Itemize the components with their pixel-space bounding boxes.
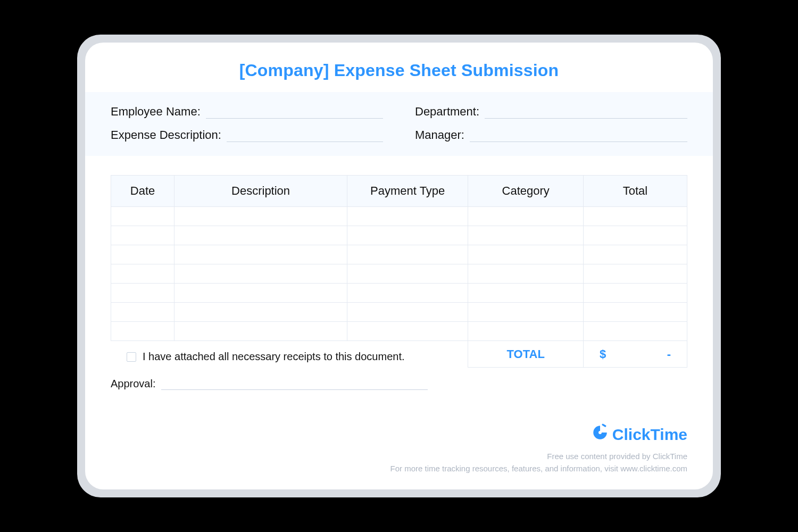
- label-expense-description: Expense Description:: [111, 128, 221, 142]
- table-cell[interactable]: [174, 226, 347, 245]
- label-department: Department:: [415, 105, 479, 119]
- table-cell[interactable]: [347, 207, 468, 226]
- table-cell[interactable]: [347, 264, 468, 284]
- table-cell[interactable]: [347, 226, 468, 245]
- tablet-frame: [Company] Expense Sheet Submission Emplo…: [77, 35, 721, 497]
- table-row: [111, 207, 687, 226]
- input-department[interactable]: [485, 107, 687, 119]
- table-cell[interactable]: [111, 207, 174, 226]
- input-manager[interactable]: [470, 130, 687, 142]
- table-cell[interactable]: [468, 226, 584, 245]
- field-department: Department:: [415, 105, 687, 119]
- table-cell[interactable]: [468, 264, 584, 284]
- table-row: [111, 303, 687, 322]
- expense-table: Date Description Payment Type Category T…: [111, 175, 687, 368]
- stopwatch-icon: [591, 423, 609, 445]
- table-cell[interactable]: [584, 245, 687, 264]
- table-row: [111, 245, 687, 264]
- table-cell[interactable]: [347, 284, 468, 303]
- table-cell[interactable]: [174, 264, 347, 284]
- table-cell[interactable]: [174, 245, 347, 264]
- col-payment-type: Payment Type: [347, 176, 468, 207]
- col-total: Total: [584, 176, 687, 207]
- table-cell[interactable]: [584, 264, 687, 284]
- field-expense-description: Expense Description:: [111, 128, 383, 142]
- table-cell[interactable]: [468, 245, 584, 264]
- credit-text: Free use content provided by ClickTime F…: [390, 451, 687, 475]
- table-cell[interactable]: [111, 284, 174, 303]
- document-panel: [Company] Expense Sheet Submission Emplo…: [85, 43, 713, 489]
- table-cell[interactable]: [111, 303, 174, 322]
- svg-rect-1: [602, 423, 606, 427]
- col-description: Description: [174, 176, 347, 207]
- table-cell[interactable]: [111, 264, 174, 284]
- table-cell[interactable]: [347, 322, 468, 341]
- label-manager: Manager:: [415, 128, 464, 142]
- table-cell[interactable]: [584, 322, 687, 341]
- field-manager: Manager:: [415, 128, 687, 142]
- col-date: Date: [111, 176, 174, 207]
- table-cell[interactable]: [111, 322, 174, 341]
- receipt-checkbox[interactable]: [127, 352, 136, 362]
- field-employee-name: Employee Name:: [111, 105, 383, 119]
- receipt-confirmation: I have attached all necessary receipts t…: [111, 351, 687, 363]
- receipt-checkbox-label: I have attached all necessary receipts t…: [143, 351, 405, 363]
- brand-name: ClickTime: [612, 426, 687, 444]
- table-header-row: Date Description Payment Type Category T…: [111, 176, 687, 207]
- table-cell[interactable]: [174, 303, 347, 322]
- table-cell[interactable]: [584, 207, 687, 226]
- table-row: [111, 226, 687, 245]
- table-row: [111, 322, 687, 341]
- table-cell[interactable]: [584, 226, 687, 245]
- table-cell[interactable]: [174, 322, 347, 341]
- input-approval[interactable]: [161, 379, 428, 390]
- brand-logo: ClickTime: [591, 423, 687, 445]
- table-cell[interactable]: [174, 207, 347, 226]
- table-row: [111, 264, 687, 284]
- expense-table-wrap: Date Description Payment Type Category T…: [85, 156, 713, 368]
- title-bar: [Company] Expense Sheet Submission: [85, 43, 713, 92]
- col-category: Category: [468, 176, 584, 207]
- credit-line-2: For more time tracking resources, featur…: [390, 463, 687, 475]
- label-employee-name: Employee Name:: [111, 105, 201, 119]
- approval-label: Approval:: [111, 378, 156, 390]
- table-cell[interactable]: [468, 303, 584, 322]
- footer: ClickTime Free use content provided by C…: [85, 461, 713, 489]
- table-cell[interactable]: [468, 284, 584, 303]
- table-cell[interactable]: [111, 226, 174, 245]
- table-cell[interactable]: [347, 245, 468, 264]
- svg-point-0: [598, 431, 602, 434]
- table-row: [111, 284, 687, 303]
- table-cell[interactable]: [584, 284, 687, 303]
- table-cell[interactable]: [347, 303, 468, 322]
- table-cell[interactable]: [111, 245, 174, 264]
- table-cell[interactable]: [468, 322, 584, 341]
- table-cell[interactable]: [174, 284, 347, 303]
- input-expense-description[interactable]: [227, 130, 383, 142]
- credit-line-1: Free use content provided by ClickTime: [390, 451, 687, 463]
- input-employee-name[interactable]: [206, 107, 383, 119]
- approval-field: Approval:: [111, 378, 428, 390]
- below-table: I have attached all necessary receipts t…: [85, 351, 713, 390]
- info-band: Employee Name: Department: Expense Descr…: [85, 92, 713, 156]
- table-cell[interactable]: [468, 207, 584, 226]
- table-cell[interactable]: [584, 303, 687, 322]
- document-title: [Company] Expense Sheet Submission: [85, 61, 713, 80]
